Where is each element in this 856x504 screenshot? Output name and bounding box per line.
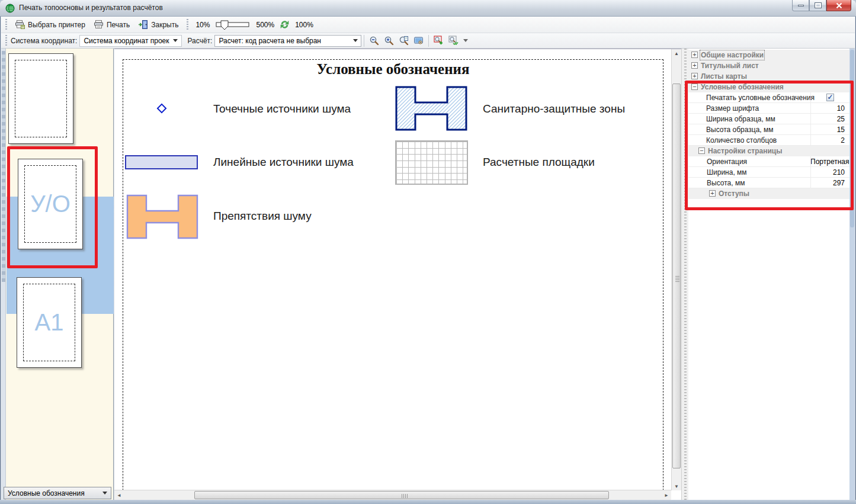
coord-system-label: Система координат: <box>11 37 77 45</box>
property-row-page-height[interactable]: Высота, мм 297 <box>688 178 849 188</box>
page-selector-value: Условные обозначения <box>8 489 85 497</box>
settings-panel-scrollbar[interactable] <box>849 49 855 500</box>
scroll-up-icon[interactable]: ▲ <box>674 51 679 56</box>
property-row-orientation[interactable]: Ориентация Портретная <box>688 156 849 167</box>
property-row-column-count[interactable]: Количество столбцов 2 <box>688 135 849 146</box>
zoom-min-label: 10% <box>195 21 210 29</box>
close-button[interactable] <box>826 0 851 11</box>
title-bar: Печать топооcновы и результатов расчётов <box>0 0 856 17</box>
group-legend[interactable]: − Условные обозначения <box>688 82 849 92</box>
property-label: Ориентация <box>707 158 747 166</box>
group-general-settings[interactable]: + Общие настройки <box>688 50 849 60</box>
property-value[interactable]: 15 <box>810 126 847 134</box>
zoom-slider[interactable] <box>216 19 250 31</box>
checkbox-checked[interactable]: ✓ <box>826 94 834 101</box>
toolbar-grip[interactable] <box>5 19 8 31</box>
thumbnail-map-sheet[interactable] <box>8 53 73 144</box>
property-label: Высота образца, мм <box>706 126 774 134</box>
group-title-page[interactable]: + Титульный лист <box>688 60 849 71</box>
property-label: Ширина образца, мм <box>706 115 775 123</box>
group-page-settings[interactable]: − Настройки страницы <box>688 146 849 156</box>
property-row-sample-width[interactable]: Ширина образца, мм 25 <box>688 114 849 124</box>
combo-dropdown-button[interactable] <box>351 36 360 46</box>
calc-label: Расчёт: <box>188 37 213 45</box>
legend-item-label: Расчетные площадки <box>483 156 595 169</box>
horizontal-scroll-thumb[interactable] <box>194 491 609 499</box>
legend-item-label: Линейные источники шума <box>213 156 354 169</box>
zoom-max-label: 500% <box>256 21 274 29</box>
expand-icon[interactable]: + <box>691 62 698 69</box>
property-value[interactable]: 10 <box>810 104 847 113</box>
property-value[interactable]: 2 <box>810 136 847 145</box>
property-value[interactable]: 25 <box>810 115 847 123</box>
property-row-page-width[interactable]: Ширина, мм 210 <box>688 167 849 178</box>
property-label: Количество столбцов <box>706 136 777 145</box>
calc-combobox[interactable]: Расчет: код расчета не выбран <box>214 35 361 47</box>
refresh-icon <box>280 20 289 29</box>
property-row-font-size[interactable]: Размер шрифта 10 <box>688 103 849 114</box>
expand-icon[interactable]: + <box>709 190 716 197</box>
splitter-grip <box>684 49 687 500</box>
property-value[interactable]: Портретная <box>810 158 847 166</box>
print-preview-canvas[interactable]: Условные обозначения Точечные источники … <box>114 49 681 500</box>
select-printer-button[interactable]: Выбрать принтер <box>11 18 89 31</box>
group-margins[interactable]: + Отступы <box>688 188 849 199</box>
zoom-to-page-button[interactable] <box>396 34 411 47</box>
group-map-sheets[interactable]: + Листы карты <box>688 71 849 82</box>
chevron-down-icon <box>353 39 358 42</box>
property-value[interactable]: 297 <box>810 179 847 187</box>
toolbar-grip[interactable] <box>5 35 8 47</box>
select-calc-areas-button[interactable] <box>446 34 461 47</box>
window-title: Печать топооcновы и результатов расчётов <box>19 4 163 12</box>
collapse-icon[interactable]: − <box>691 84 698 90</box>
scroll-down-icon[interactable]: ▼ <box>674 484 679 489</box>
scroll-left-icon[interactable]: ◄ <box>117 493 121 498</box>
line-source-symbol <box>125 155 198 169</box>
panel-splitter[interactable] <box>681 49 688 500</box>
property-label: Печатать условные обозначения <box>706 94 815 102</box>
thumb-grip <box>675 276 679 282</box>
zoom-slider-thumb[interactable] <box>221 21 228 30</box>
zoom-out-button[interactable] <box>367 34 381 47</box>
minimize-button[interactable] <box>792 0 809 11</box>
close-icon <box>836 2 842 9</box>
group-label: Условные обозначения <box>701 83 784 91</box>
expand-icon[interactable]: + <box>691 52 698 58</box>
minimize-icon <box>798 5 804 7</box>
thumbnail-label: А1 <box>17 278 81 367</box>
zoom-in-icon <box>384 36 394 46</box>
preview-vertical-scrollbar[interactable]: ▲ ▼ <box>671 49 681 490</box>
property-row-sample-height[interactable]: Высота образца, мм 15 <box>688 124 849 135</box>
group-label: Листы карты <box>701 72 747 81</box>
preview-horizontal-scrollbar[interactable]: ◄ ► <box>114 490 671 500</box>
property-value[interactable]: 210 <box>810 168 847 176</box>
settings-scroll-thumb[interactable] <box>850 50 854 227</box>
calc-areas-menu-button[interactable] <box>461 38 470 43</box>
reset-zoom-button[interactable] <box>278 19 291 30</box>
vertical-scroll-thumb[interactable] <box>672 84 681 468</box>
maximize-icon <box>815 3 821 8</box>
toolbar-grip[interactable] <box>186 19 189 31</box>
scroll-right-icon[interactable]: ► <box>664 493 669 498</box>
sidebar-scrollbar[interactable] <box>1 49 6 500</box>
coord-system-combobox[interactable]: Система координат проек <box>79 35 181 47</box>
group-label: Отступы <box>719 190 749 198</box>
property-row-print-legend[interactable]: Печатать условные обозначения ✓ <box>688 92 849 103</box>
page-selector-combobox[interactable]: Условные обозначения <box>4 487 111 499</box>
sidebar-scrollbar-thumb[interactable] <box>2 51 5 282</box>
options-toolbar: Система координат: Система координат про… <box>1 33 855 49</box>
thumbnail-legend-page[interactable]: У/О <box>18 159 83 249</box>
zoom-in-button[interactable] <box>381 34 396 47</box>
chevron-down-icon <box>102 492 107 495</box>
fit-to-screen-button[interactable] <box>411 34 426 47</box>
close-dialog-button[interactable]: Закрыть <box>134 18 182 31</box>
settings-panel: + Общие настройки + Титульный лист + Лис… <box>688 49 849 500</box>
print-button[interactable]: Печать <box>89 18 134 31</box>
thumbnail-a1-page[interactable]: А1 <box>17 277 82 368</box>
add-calc-area-button[interactable] <box>431 34 446 47</box>
maximize-button[interactable] <box>809 0 826 11</box>
chevron-down-icon <box>173 39 178 42</box>
legend-title: Условные обозначения <box>123 61 663 78</box>
collapse-icon[interactable]: − <box>698 147 705 154</box>
expand-icon[interactable]: + <box>691 73 698 79</box>
